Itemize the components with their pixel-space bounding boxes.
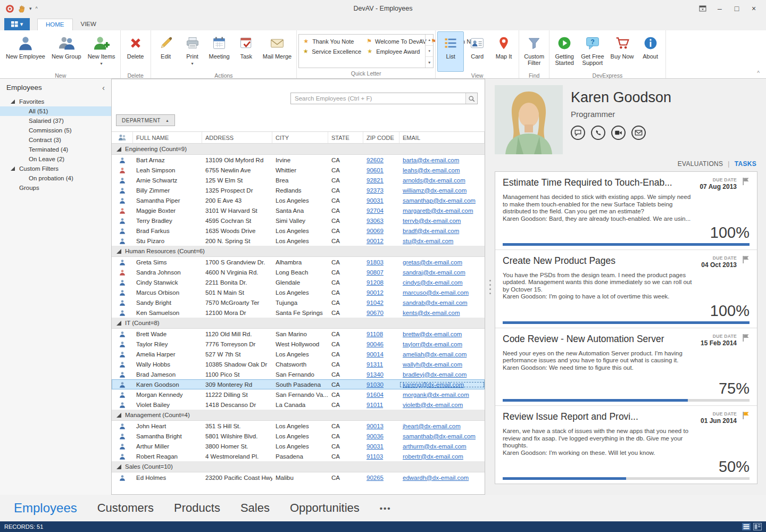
mail-icon[interactable] (631, 126, 646, 140)
table-row[interactable]: Ed Holmes23200 Pacific Coast HwyMalibuCA… (112, 472, 485, 483)
overflow-ellipsis-icon[interactable]: ••• (380, 504, 392, 513)
zip-link[interactable]: 90012 (367, 289, 384, 296)
sidebar-item-on-probation-4[interactable]: On probation (4) (0, 173, 111, 183)
column-header-full-name[interactable]: FULL NAME (133, 132, 202, 143)
quick-letter-item-employee-award[interactable]: ★Employee Award (364, 46, 428, 56)
table-row[interactable]: Morgan Kennedy11222 Dilling StSan Fernan… (112, 389, 485, 400)
zip-link[interactable]: 92704 (367, 207, 384, 214)
tab-home[interactable]: HOME (37, 19, 73, 30)
table-row[interactable]: Billy Zimmer1325 Prospect DrRedlandsCA92… (112, 185, 485, 195)
zip-link[interactable]: 91208 (367, 279, 384, 286)
close-button[interactable]: × (746, 3, 762, 14)
video-icon[interactable] (611, 126, 626, 140)
expand-icon[interactable] (116, 321, 121, 326)
email-link[interactable]: ameliah@dx-email.com (403, 351, 467, 358)
panel-splitter[interactable] (485, 79, 495, 495)
sidebar-group-favorites[interactable]: Favorites (0, 97, 111, 106)
edit-button[interactable]: Edit (153, 31, 179, 72)
bottom-nav-customers[interactable]: Customers (97, 501, 154, 515)
zip-link[interactable]: 91311 (367, 361, 383, 368)
zip-link[interactable]: 92821 (367, 177, 384, 184)
layout-list-icon[interactable] (742, 523, 751, 530)
search-icon[interactable] (465, 93, 477, 104)
quick-letter-item-thank-you-note[interactable]: ★Thank You Note (300, 36, 364, 46)
group-row[interactable]: IT (Count=8) (112, 318, 485, 329)
group-row[interactable]: Sales (Count=10) (112, 461, 485, 472)
table-row[interactable]: Sandra Johnson4600 N Virginia Rd.Long Be… (112, 267, 485, 277)
table-row[interactable]: Taylor Riley7776 Torreyson DrWest Hollyw… (112, 339, 485, 349)
people-icon[interactable] (112, 132, 133, 143)
tab-tasks[interactable]: TASKS (735, 160, 756, 168)
zip-link[interactable]: 91030 (367, 381, 384, 388)
sidebar-item-commission-5[interactable]: Commission (5) (0, 126, 111, 135)
zip-link[interactable]: 90069 (367, 228, 384, 234)
column-header-address[interactable]: ADDRESS (202, 132, 272, 143)
task-button[interactable]: Task (233, 31, 260, 72)
zip-link[interactable]: 91011 (367, 402, 383, 408)
email-link[interactable]: kareng@dx-email.com (403, 381, 464, 388)
table-row[interactable]: Maggie Boxter3101 W Harvard StSanta AnaC… (112, 205, 485, 215)
table-row[interactable]: Arthur Miller3800 Homer St.Los AngelesCA… (112, 441, 485, 451)
zip-link[interactable]: 91103 (367, 453, 383, 460)
email-link[interactable]: barta@dx-email.com (403, 157, 459, 163)
get-free-support-button[interactable]: ? Get Free Support (578, 31, 607, 72)
email-link[interactable]: arthurm@dx-email.com (403, 443, 467, 450)
zip-link[interactable]: 93063 (367, 218, 384, 224)
zip-link[interactable]: 90807 (367, 269, 384, 276)
minimize-button[interactable]: – (712, 3, 728, 14)
table-row[interactable]: Karen Goodson309 Monterey RdSouth Pasade… (112, 379, 485, 389)
expand-icon[interactable] (116, 413, 121, 418)
list-view-button[interactable]: List (437, 31, 464, 72)
expand-icon[interactable] (116, 464, 121, 469)
email-link[interactable]: cindys@dx-email.com (403, 279, 463, 286)
ribbon-display-options-icon[interactable] (695, 3, 711, 14)
ribbon-collapse-icon[interactable]: ^ (757, 70, 760, 76)
task-card[interactable]: Review Issue Report and Provi...DUE DATE… (495, 406, 757, 484)
maximize-button[interactable]: □ (729, 3, 745, 14)
group-row[interactable]: Management (Count=4) (112, 410, 485, 421)
custom-filter-button[interactable]: Custom Filter (521, 31, 547, 72)
email-link[interactable]: terryb@dx-email.com (403, 218, 461, 224)
zip-link[interactable]: 90031 (367, 443, 384, 450)
group-by-department-chip[interactable]: DEPARTMENT ▲ (116, 114, 175, 126)
expand-icon[interactable] (116, 249, 121, 254)
zip-link[interactable]: 90031 (367, 197, 384, 204)
buy-now-button[interactable]: Buy Now (607, 31, 637, 72)
email-link[interactable]: williamz@dx-email.com (403, 187, 467, 194)
gallery-expand-icon[interactable]: ▼ (426, 57, 433, 68)
email-link[interactable]: samanthab@dx-email.com (403, 433, 476, 439)
zip-link[interactable]: 90046 (367, 341, 384, 347)
column-header-city[interactable]: CITY (272, 132, 328, 143)
gallery-scroll-up-icon[interactable]: ▴ (426, 35, 433, 46)
about-button[interactable]: About (637, 31, 664, 72)
phone-icon[interactable] (591, 126, 605, 140)
bottom-nav-sales[interactable]: Sales (240, 501, 270, 515)
new-employee-button[interactable]: New Employee (3, 31, 48, 72)
table-row[interactable]: Wally Hobbs10385 Shadow Oak DrChatsworth… (112, 359, 485, 369)
email-link[interactable]: sandraj@dx-email.com (403, 269, 465, 276)
sidebar-group-groups[interactable]: Groups (0, 183, 111, 193)
hand-icon[interactable] (18, 5, 26, 13)
zip-link[interactable]: 90601 (367, 167, 384, 173)
flag-icon[interactable] (742, 255, 750, 264)
table-row[interactable]: Samantha Piper200 E Ave 43Los AngelesCA9… (112, 195, 485, 205)
email-link[interactable]: marcuso@dx-email.com (403, 289, 469, 296)
table-row[interactable]: Ken Samuelson12100 Mora DrSanta Fe Sprin… (112, 307, 485, 318)
zip-link[interactable]: 90265 (367, 475, 384, 481)
new-items-button[interactable]: New Items ▾ (85, 31, 119, 72)
email-link[interactable]: kents@dx-email.com (403, 310, 460, 316)
email-link[interactable]: arnolds@dx-email.com (403, 177, 465, 184)
email-link[interactable]: sandrab@dx-email.com (403, 300, 468, 306)
card-view-button[interactable]: Card (464, 31, 490, 72)
group-row[interactable]: Engineering (Count=9) (112, 144, 485, 155)
email-link[interactable]: samanthap@dx-email.com (403, 197, 476, 204)
table-row[interactable]: Bart Arnaz13109 Old Myford RdIrvineCA926… (112, 155, 485, 165)
email-link[interactable]: robertr@dx-email.com (403, 453, 463, 460)
email-link[interactable]: violetb@dx-email.com (403, 402, 463, 408)
search-input[interactable] (291, 93, 465, 104)
task-card[interactable]: Estimate Time Required to Touch-Enab...D… (495, 172, 757, 250)
quick-letter-item-welcome-to-devav[interactable]: ⚑Welcome To DevAV (364, 36, 428, 46)
flag-icon[interactable] (742, 334, 750, 342)
zip-link[interactable]: 90014 (367, 351, 384, 358)
table-row[interactable]: Marcus Orbison501 N Main StLos AngelesCA… (112, 287, 485, 297)
